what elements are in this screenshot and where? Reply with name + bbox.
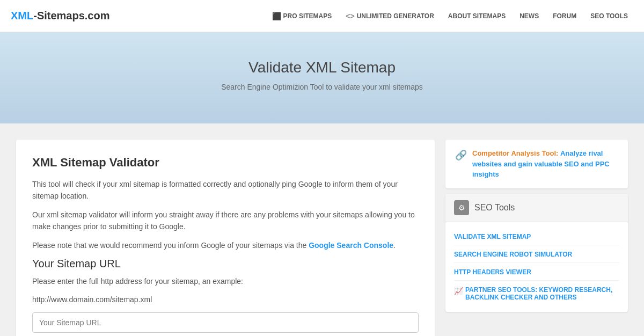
competitor-card: 🔗 Competitor Analysis Tool: Analyze riva… [445,140,628,188]
seo-tool-partner[interactable]: 📈 PARTNER SEO TOOLS: KEYWORD RESEARCH, B… [454,282,619,305]
seo-tools-list: VALIDATE XML SITEMAP SEARCH ENGINE ROBOT… [445,222,628,312]
seo-tool-partner-label: PARTNER SEO TOOLS: KEYWORD RESEARCH, BAC… [465,286,619,301]
gear-icon: ⚙ [454,200,469,215]
left-panel: XML Sitemap Validator This tool will che… [16,140,435,336]
main-container: XML Sitemap Validator This tool will che… [0,123,644,336]
sitemap-url-heading: Your Sitemap URL [32,258,419,270]
header: XML-Sitemaps.com ⬛ PRO SITEMAPS <> UNLIM… [0,0,644,32]
logo-rest: -Sitemaps.com [33,10,109,21]
nav-forum[interactable]: FORUM [547,8,582,24]
logo-xml: XML [11,10,33,21]
paragraph-2: Our xml sitemap validator will inform yo… [32,209,419,233]
nav-forum-label: FORUM [553,12,576,20]
content-wrapper: XML Sitemap Validator This tool will che… [16,140,628,336]
nav-about-sitemaps[interactable]: ABOUT SITEMAPS [443,8,511,24]
competitor-label: Competitor Analysis Tool: [472,149,558,157]
example-url: http://www.domain.com/sitemap.xml [32,294,419,305]
hero-subtitle: Search Engine Optimizion Tool to validat… [11,83,633,91]
nav: ⬛ PRO SITEMAPS <> UNLIMITED GENERATOR AB… [267,8,633,25]
seo-tools-card: ⚙ SEO Tools VALIDATE XML SITEMAP SEARCH … [445,194,628,312]
validator-heading: XML Sitemap Validator [32,156,419,170]
pro-sitemaps-icon: ⬛ [272,12,281,20]
seo-tools-header: ⚙ SEO Tools [445,194,628,222]
hero-title: Validate XML Sitemap [11,59,633,76]
right-panel: 🔗 Competitor Analysis Tool: Analyze riva… [445,140,628,312]
trend-icon: 📈 [454,287,463,295]
sitemap-url-desc: Please enter the full http address for y… [32,275,419,287]
sitemap-url-section: Your Sitemap URL Please enter the full h… [32,258,419,333]
nav-seo-tools[interactable]: SEO TOOLS [585,8,633,24]
paragraph-3-after: . [393,241,396,250]
logo[interactable]: XML-Sitemaps.com [11,10,109,22]
code-icon: <> [346,12,354,20]
nav-about-sitemaps-label: ABOUT SITEMAPS [448,12,506,20]
nav-unlimited-generator-label: UNLIMITED GENERATOR [357,12,434,20]
seo-tool-robot-simulator[interactable]: SEARCH ENGINE ROBOT SIMULATOR [454,246,619,263]
seo-tool-http-headers-label: HTTP HEADERS VIEWER [454,268,531,276]
external-link-icon: 🔗 [455,149,467,161]
seo-tool-validate-xml-label: VALIDATE XML SITEMAP [454,233,531,240]
paragraph-3: Please note that we would recommend you … [32,239,419,251]
paragraph-1: This tool will check if your xml sitemap… [32,178,419,202]
paragraph-3-before: Please note that we would recommend you … [32,241,309,250]
google-search-console-link[interactable]: Google Search Console [309,241,393,250]
sitemap-url-input[interactable] [32,312,419,333]
nav-seo-tools-label: SEO TOOLS [590,12,628,20]
seo-tool-http-headers[interactable]: HTTP HEADERS VIEWER [454,264,619,281]
nav-news-label: NEWS [519,12,539,20]
competitor-card-text: Competitor Analysis Tool: Analyze rival … [472,148,618,180]
hero-section: Validate XML Sitemap Search Engine Optim… [0,32,644,123]
seo-tools-heading: SEO Tools [474,203,515,213]
nav-pro-sitemaps[interactable]: ⬛ PRO SITEMAPS [267,8,338,25]
seo-tool-validate-xml[interactable]: VALIDATE XML SITEMAP [454,229,619,245]
seo-tool-robot-simulator-label: SEARCH ENGINE ROBOT SIMULATOR [454,251,572,258]
nav-pro-sitemaps-label: PRO SITEMAPS [283,12,332,20]
nav-news[interactable]: NEWS [514,8,544,24]
nav-unlimited-generator[interactable]: <> UNLIMITED GENERATOR [340,8,440,25]
